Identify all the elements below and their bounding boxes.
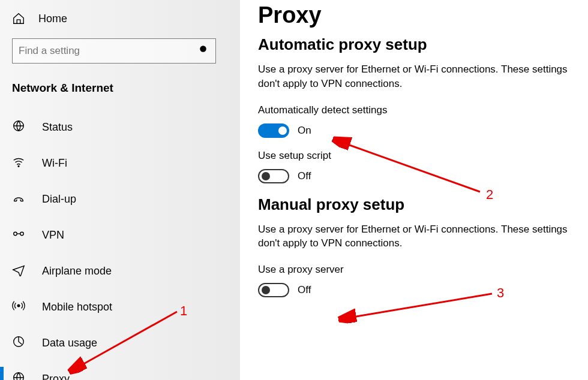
sidebar-section-title: Network & Internet — [0, 71, 240, 109]
svg-point-9 — [14, 372, 24, 380]
setup-script-toggle[interactable] — [258, 169, 289, 183]
sidebar-item-airplane[interactable]: Airplane mode — [0, 253, 240, 289]
svg-point-7 — [17, 304, 20, 307]
proxy-icon — [12, 371, 25, 381]
automatic-proxy-header: Automatic proxy setup — [258, 35, 570, 54]
sidebar-item-vpn[interactable]: VPN — [0, 217, 240, 253]
sidebar-item-dialup[interactable]: Dial-up — [0, 181, 240, 217]
svg-point-0 — [200, 46, 206, 52]
airplane-icon — [12, 263, 25, 279]
setup-script-toggle-row: Off — [258, 169, 570, 183]
vpn-icon — [12, 227, 25, 243]
sidebar-item-proxy[interactable]: Proxy — [0, 361, 240, 380]
status-icon — [12, 119, 25, 135]
svg-point-4 — [14, 232, 17, 236]
sidebar-item-datausage[interactable]: Data usage — [0, 325, 240, 361]
search-icon — [199, 44, 209, 58]
search-container — [0, 32, 240, 71]
setup-script-state: Off — [298, 170, 311, 182]
hotspot-icon — [12, 299, 25, 315]
use-proxy-toggle[interactable] — [258, 283, 289, 297]
use-proxy-label: Use a proxy server — [258, 264, 570, 276]
content-pane: Proxy Automatic proxy setup Use a proxy … — [240, 0, 588, 380]
manual-proxy-description: Use a proxy server for Ethernet or Wi-Fi… — [258, 222, 570, 251]
sidebar-nav-list: Status Wi-Fi Dial-up VPN Airplane mode — [0, 109, 240, 380]
search-input[interactable] — [19, 45, 199, 57]
svg-point-5 — [20, 232, 24, 236]
page-title: Proxy — [258, 2, 570, 28]
sidebar-item-label: Airplane mode — [42, 265, 112, 278]
home-icon — [12, 12, 25, 25]
search-box[interactable] — [12, 38, 216, 64]
sidebar-item-home[interactable]: Home — [0, 5, 240, 32]
auto-detect-toggle[interactable] — [258, 123, 289, 138]
sidebar-item-label: Mobile hotspot — [42, 301, 112, 313]
svg-line-1 — [205, 51, 208, 54]
sidebar-item-wifi[interactable]: Wi-Fi — [0, 145, 240, 181]
manual-proxy-header: Manual proxy setup — [258, 195, 570, 214]
sidebar-item-label: Proxy — [42, 373, 70, 381]
sidebar-item-label: Wi-Fi — [42, 157, 67, 170]
svg-point-3 — [18, 165, 19, 167]
automatic-proxy-description: Use a proxy server for Ethernet or Wi-Fi… — [258, 62, 570, 91]
auto-detect-state: On — [298, 125, 311, 137]
sidebar-item-status[interactable]: Status — [0, 109, 240, 145]
sidebar-item-label: VPN — [42, 229, 64, 242]
sidebar: Home Network & Internet Status Wi-Fi — [0, 0, 240, 380]
auto-detect-label: Automatically detect settings — [258, 104, 570, 116]
data-usage-icon — [12, 335, 25, 351]
use-proxy-toggle-row: Off — [258, 283, 570, 297]
sidebar-home-label: Home — [38, 13, 67, 25]
sidebar-item-hotspot[interactable]: Mobile hotspot — [0, 289, 240, 325]
wifi-icon — [12, 155, 25, 171]
setup-script-label: Use setup script — [258, 150, 570, 162]
dialup-icon — [12, 191, 25, 207]
sidebar-item-label: Dial-up — [42, 193, 76, 206]
use-proxy-state: Off — [298, 284, 311, 296]
sidebar-item-label: Status — [42, 121, 73, 134]
auto-detect-toggle-row: On — [258, 123, 570, 138]
sidebar-item-label: Data usage — [42, 337, 97, 349]
